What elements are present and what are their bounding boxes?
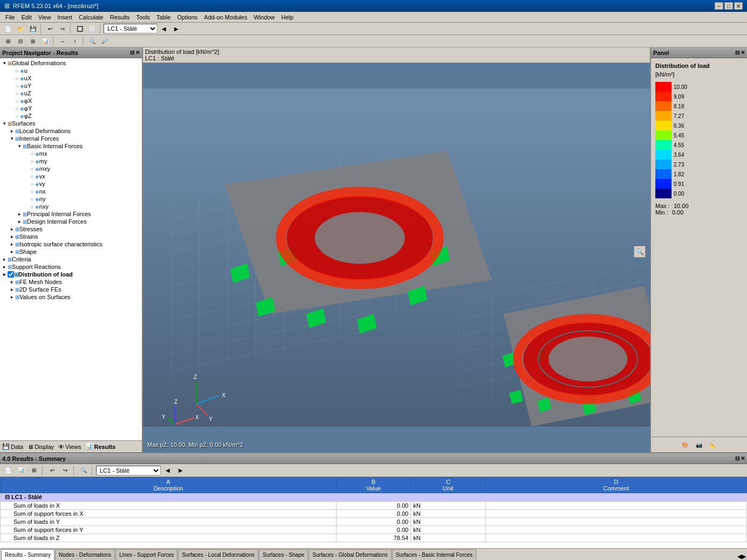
tb2-btn3[interactable]: ⊞ bbox=[27, 36, 39, 46]
tab-nodes---deformations[interactable]: Nodes - Deformations bbox=[55, 549, 115, 560]
res-btn4[interactable]: ↩ bbox=[46, 465, 58, 476]
menu-item-tools[interactable]: Tools bbox=[133, 13, 153, 22]
view3d-btn[interactable]: 🔲 bbox=[74, 23, 86, 34]
tab-surfaces---shape[interactable]: Surfaces - Shape bbox=[259, 549, 308, 560]
nav-tab-display[interactable]: 🖥 Display bbox=[28, 444, 54, 450]
tb2-btn8[interactable]: 🔎 bbox=[99, 36, 111, 46]
tree-expand-23[interactable]: ▸ bbox=[9, 233, 15, 240]
results-close-btn[interactable]: ✕ bbox=[741, 455, 745, 461]
tree-checkbox-28[interactable] bbox=[8, 271, 14, 278]
tree-item-18[interactable]: ○ ◈ ny bbox=[1, 195, 141, 203]
table-row-2[interactable]: Sum of support forces in X 0.00 kN bbox=[1, 510, 747, 518]
table-row-3[interactable]: Sum of loads in Y 0.00 kN bbox=[1, 518, 747, 526]
zoom-btn[interactable]: 🔍 bbox=[634, 246, 646, 258]
tree-item-29[interactable]: ▸⊞ FE Mesh Nodes bbox=[1, 278, 141, 286]
menu-item-options[interactable]: Options bbox=[174, 13, 201, 22]
save-btn[interactable]: 💾 bbox=[27, 23, 39, 34]
res-btn3[interactable]: ⊞ bbox=[28, 465, 40, 476]
results-float-btn[interactable]: ⊟ bbox=[735, 455, 739, 461]
nav-header-controls[interactable]: ⊟ ✕ bbox=[130, 50, 140, 56]
menu-item-add-on-modules[interactable]: Add-on Modules bbox=[201, 13, 250, 22]
menu-item-results[interactable]: Results bbox=[107, 13, 133, 22]
tree-expand-27[interactable]: ▸ bbox=[1, 264, 8, 270]
tb2-btn4[interactable]: 📊 bbox=[39, 36, 51, 46]
next-lc[interactable]: ▶ bbox=[170, 23, 182, 34]
col-header-c[interactable]: C Unit bbox=[411, 478, 485, 493]
tree-item-6[interactable]: ○ ◈ φY bbox=[1, 105, 141, 112]
tree-expand-21[interactable]: ▸ bbox=[16, 218, 23, 225]
menu-item-help[interactable]: Help bbox=[278, 13, 297, 22]
tb2-btn1[interactable]: ⊞ bbox=[2, 36, 14, 46]
tree-item-25[interactable]: ▸⊞ Shape bbox=[1, 248, 141, 255]
tab-surfaces---basic-internal-forces[interactable]: Surfaces - Basic Internal Forces bbox=[392, 549, 476, 560]
redo-btn[interactable]: ↪ bbox=[57, 23, 68, 34]
tree-item-27[interactable]: ▸⊞ Support Reactions bbox=[1, 263, 141, 271]
col-header-a[interactable]: A Description bbox=[1, 478, 337, 493]
tree-item-28[interactable]: ▸⊞ Distribution of load bbox=[1, 271, 141, 278]
tabs-left-arrow[interactable]: ◀ bbox=[737, 553, 742, 560]
tree-item-22[interactable]: ▸⊞ Stresses bbox=[1, 225, 141, 233]
menu-item-window[interactable]: Window bbox=[250, 13, 278, 22]
tree-item-24[interactable]: ▸⊞ Isotropic surface characteristics bbox=[1, 240, 141, 248]
menu-item-insert[interactable]: Insert bbox=[54, 13, 76, 22]
close-button[interactable]: ✕ bbox=[734, 2, 743, 10]
table-row-1[interactable]: Sum of loads in X 0.00 kN bbox=[1, 502, 747, 510]
legend-btn2[interactable]: 📷 bbox=[693, 439, 705, 450]
tabs-right-arrow[interactable]: ▶ bbox=[742, 553, 746, 560]
col-header-b[interactable]: B Value bbox=[336, 478, 410, 493]
legend-btn3[interactable]: 📐 bbox=[707, 439, 719, 450]
nav-tab-data[interactable]: 💾 Data bbox=[2, 443, 23, 450]
view2d-btn[interactable]: ⬜ bbox=[86, 23, 98, 34]
results-header-controls[interactable]: ⊟ ✕ bbox=[735, 455, 745, 461]
tree-expand-10[interactable]: ▾ bbox=[9, 135, 15, 142]
tree-item-20[interactable]: ▸⊞ Principal Internal Forces bbox=[1, 210, 141, 218]
tree-item-2[interactable]: ○ ◈ uX bbox=[1, 74, 141, 82]
right-bottom-buttons[interactable]: 🎨 📷 📐 bbox=[653, 439, 745, 450]
tabs-scroll-left[interactable]: ◀▶ bbox=[737, 553, 746, 560]
res-btn6[interactable]: 🔍 bbox=[78, 465, 90, 476]
tree-expand-28[interactable]: ▸ bbox=[1, 271, 8, 278]
undo-btn[interactable]: ↩ bbox=[44, 23, 56, 34]
tree-item-1[interactable]: ○ ◈ u bbox=[1, 67, 141, 74]
tree-expand-0[interactable]: ▾ bbox=[1, 60, 8, 66]
tab-surfaces---local-deformations[interactable]: Surfaces - Local Deformations bbox=[178, 549, 258, 560]
right-close-btn[interactable]: ✕ bbox=[741, 50, 745, 56]
tree-item-0[interactable]: ▾⊞ Global Deformations bbox=[1, 59, 141, 67]
tree-item-4[interactable]: ○ ◈ uZ bbox=[1, 89, 141, 97]
window-controls[interactable]: ─ □ ✕ bbox=[715, 2, 743, 10]
new-btn[interactable]: 📄 bbox=[2, 23, 14, 34]
tree-item-17[interactable]: ○ ◈ nx bbox=[1, 188, 141, 195]
tree-item-30[interactable]: ▸⊞ 2D Surface FEs bbox=[1, 286, 141, 293]
tree-item-15[interactable]: ○ ◈ vx bbox=[1, 172, 141, 180]
tree-item-23[interactable]: ▸⊞ Strains bbox=[1, 233, 141, 240]
tree-item-14[interactable]: ○ ◈ mxy bbox=[1, 165, 141, 172]
tree-expand-26[interactable]: ▸ bbox=[1, 256, 8, 262]
res-prev-lc[interactable]: ◀ bbox=[162, 465, 174, 476]
lc-selector[interactable]: LC1 - Stálé bbox=[104, 24, 157, 33]
tree-expand-30[interactable]: ▸ bbox=[9, 286, 15, 293]
tree-item-21[interactable]: ▸⊞ Design Internal Forces bbox=[1, 218, 141, 225]
menu-item-edit[interactable]: Edit bbox=[18, 13, 35, 22]
tree-item-31[interactable]: ▸⊞ Values on Surfaces bbox=[1, 293, 141, 301]
tree-item-5[interactable]: ○ ◈ φX bbox=[1, 97, 141, 105]
tree-expand-20[interactable]: ▸ bbox=[16, 211, 23, 217]
res-btn1[interactable]: 📄 bbox=[2, 465, 14, 476]
table-row-4[interactable]: Sum of support forces in Y 0.00 kN bbox=[1, 526, 747, 534]
table-row-5[interactable]: Sum of loads in Z 78.54 kN bbox=[1, 534, 747, 542]
tree-item-16[interactable]: ○ ◈ vy bbox=[1, 180, 141, 188]
tree-item-7[interactable]: ○ ◈ φZ bbox=[1, 112, 141, 120]
tree-item-3[interactable]: ○ ◈ uY bbox=[1, 82, 141, 89]
open-btn[interactable]: 📂 bbox=[15, 23, 26, 34]
tree-item-10[interactable]: ▾⊞ Internal Forces bbox=[1, 135, 141, 142]
tree-item-9[interactable]: ▸⊞ Local Deformations bbox=[1, 127, 141, 135]
tree-expand-11[interactable]: ▾ bbox=[16, 143, 23, 149]
tb2-btn5[interactable]: ↔ bbox=[57, 36, 68, 46]
table-row-0[interactable]: ⊟ LC1 - Stálé bbox=[1, 493, 747, 502]
tree-item-12[interactable]: ○ ◈ mx bbox=[1, 150, 141, 157]
tree-expand-22[interactable]: ▸ bbox=[9, 226, 15, 232]
maximize-button[interactable]: □ bbox=[724, 2, 733, 10]
nav-close-btn[interactable]: ✕ bbox=[135, 50, 140, 56]
tab-results---summary[interactable]: Results - Summary bbox=[1, 549, 54, 560]
prev-lc[interactable]: ◀ bbox=[158, 23, 170, 34]
viewport-3d[interactable]: X Z Y bbox=[143, 63, 650, 452]
